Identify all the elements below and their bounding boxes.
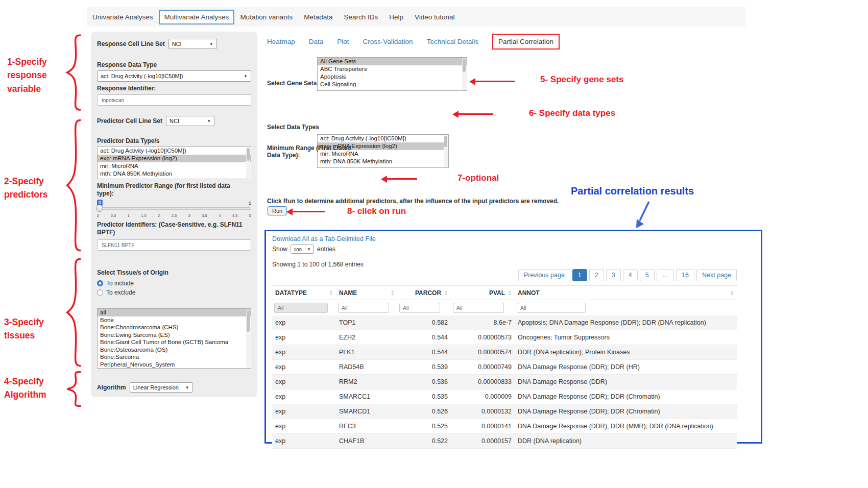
page-number-button[interactable]: 2 xyxy=(589,269,604,281)
scrollbar[interactable] xyxy=(462,58,466,90)
nav-item-help[interactable]: Help xyxy=(383,10,409,25)
filter-input-datatype[interactable] xyxy=(274,303,328,313)
listbox-option[interactable]: act: Drug Activity (-log10[IC50M]) xyxy=(98,147,251,155)
gene-sets-listbox[interactable]: All Gene SetsABC TransportersApoptosisCe… xyxy=(317,57,467,91)
column-header-parcor[interactable]: PARCOR▲▼ xyxy=(397,286,451,300)
filter-input-name[interactable] xyxy=(338,303,389,313)
table-row[interactable]: expCHAF1B0.5220.0000157DDR (DNA replicat… xyxy=(272,434,737,449)
scrollbar[interactable] xyxy=(246,309,250,368)
listbox-option[interactable]: Bone:Chondrosarcoma (CHS) xyxy=(98,324,251,331)
listbox-option[interactable]: Bone:Ewing Sarcoma (ES) xyxy=(98,331,251,339)
sort-icon[interactable]: ▲▼ xyxy=(329,290,333,296)
slider-track[interactable] xyxy=(97,207,251,210)
scrollbar-thumb[interactable] xyxy=(444,136,447,147)
table-row[interactable]: expRFC30.5250.0000141DNA Damage Response… xyxy=(272,419,737,434)
predictor-identifiers-input[interactable] xyxy=(97,239,251,251)
table-row[interactable]: expRRM20.5360.00000833DNA Damage Respons… xyxy=(272,375,737,389)
response-cell-line-set-label: Response Cell Line Set xyxy=(97,40,165,48)
listbox-option[interactable]: ABC Transporters xyxy=(318,65,467,73)
column-header-name[interactable]: NAME▲▼ xyxy=(336,286,397,300)
slider-tick-label: 3 xyxy=(188,213,190,218)
sort-icon[interactable]: ▲▼ xyxy=(391,290,394,296)
response-identifier-input[interactable] xyxy=(97,94,251,106)
response-cell-line-set-select[interactable]: NCI▼ xyxy=(168,39,217,49)
table-row[interactable]: expSMARCC10.5350.000009DNA Damage Respon… xyxy=(272,389,737,404)
response-data-type-select[interactable]: act: Drug Activity (-log10[IC50M])▼ xyxy=(97,70,251,82)
table-row[interactable]: expSMARCD10.5260.0000132DNA Damage Respo… xyxy=(272,404,737,419)
table-row[interactable]: expPLK10.5440.00000574DDR (DNA replicati… xyxy=(272,345,737,360)
listbox-option[interactable]: mth: DNA 850K Methylation xyxy=(318,158,448,165)
listbox-option[interactable]: Apoptosis xyxy=(318,73,467,81)
listbox-option[interactable]: Bone:Giant Cell Tumor of Bone (GCTB) Sar… xyxy=(98,338,251,346)
table-row[interactable]: expRAD54B0.5390.00000749DNA Damage Respo… xyxy=(272,360,737,375)
tissue-include-radio[interactable]: To include xyxy=(97,280,251,287)
listbox-option[interactable]: all xyxy=(98,309,251,316)
sort-icon[interactable]: ▲▼ xyxy=(444,290,448,296)
page-number-button[interactable]: 16 xyxy=(676,269,694,281)
listbox-option[interactable]: Cell Signaling xyxy=(318,81,467,88)
tissue-listbox[interactable]: allBoneBone:Chondrosarcoma (CHS)Bone:Ewi… xyxy=(97,308,251,369)
column-header-datatype[interactable]: DATATYPE▲▼ xyxy=(272,286,336,300)
listbox-option[interactable]: Bone xyxy=(98,316,251,324)
page-number-button[interactable]: 4 xyxy=(623,269,638,281)
cell-pval: 0.00000749 xyxy=(451,360,515,375)
scrollbar[interactable] xyxy=(246,148,250,178)
filter-input-parcor[interactable] xyxy=(399,303,440,313)
sort-icon[interactable]: ▲▼ xyxy=(730,290,734,296)
filter-input-annot[interactable] xyxy=(517,303,586,313)
showing-entries-text: Showing 1 to 100 of 1,568 entries xyxy=(272,261,755,268)
sort-icon[interactable]: ▲▼ xyxy=(508,290,512,296)
listbox-option[interactable]: Peripheral_Nervous_System xyxy=(98,361,251,369)
listbox-option[interactable]: exp: mRNA Expression (log2) xyxy=(98,155,251,162)
column-header-pval[interactable]: PVAL▲▼ xyxy=(451,286,515,300)
listbox-option[interactable]: Bone:Osteosarcoma (OS) xyxy=(98,346,251,354)
radio-checked-icon[interactable] xyxy=(97,280,103,286)
column-header-annot[interactable]: ANNOT▲▼ xyxy=(515,286,737,300)
nav-item-metadata[interactable]: Metadata xyxy=(298,10,338,25)
filter-input-pval[interactable] xyxy=(453,303,504,313)
nav-item-univariate-analyses[interactable]: Univariate Analyses xyxy=(87,10,159,25)
cell-datatype: exp xyxy=(272,375,336,389)
min-predictor-range-slider[interactable]: 0 5 00.511.522.533.544.55 xyxy=(97,200,251,218)
scrollbar[interactable] xyxy=(444,135,448,167)
predictor-cell-line-set-select[interactable]: NCI▼ xyxy=(166,116,214,126)
chevron-down-icon: ▼ xyxy=(185,385,189,390)
predictor-data-types-listbox[interactable]: act: Drug Activity (-log10[IC50M])exp: m… xyxy=(97,147,251,179)
filter-cell xyxy=(397,300,451,316)
page-number-button[interactable]: 3 xyxy=(606,269,621,281)
listbox-option[interactable]: Bone:Sarcoma xyxy=(98,353,251,361)
run-button[interactable]: Run xyxy=(268,206,287,215)
listbox-option[interactable]: act: Drug Activity (-log10[IC50M]) xyxy=(318,135,448,142)
cell-parcor: 0.526 xyxy=(397,404,451,419)
slider-tick-label: 1.5 xyxy=(141,213,146,218)
nav-item-multivariate-analyses[interactable]: Multivariate Analyses xyxy=(159,10,235,25)
nav-item-mutation-variants[interactable]: Mutation variants xyxy=(234,10,298,25)
scrollbar-thumb[interactable] xyxy=(247,310,250,332)
scrollbar-thumb[interactable] xyxy=(247,148,250,161)
show-entries-select[interactable]: 100▼ xyxy=(291,245,314,254)
nav-item-search-ids[interactable]: Search IDs xyxy=(338,10,383,25)
tab-data[interactable]: Data xyxy=(309,38,324,45)
tab-partial-correlation[interactable]: Partial Correlation xyxy=(492,34,560,50)
table-row[interactable]: expTOP10.5828.6e-7Apoptosis; DNA Damage … xyxy=(272,315,737,330)
radio-unchecked-icon[interactable] xyxy=(97,289,103,296)
tab-technical-details[interactable]: Technical Details xyxy=(427,38,478,45)
algorithm-select[interactable]: Linear Regression▼ xyxy=(130,382,193,393)
tab-cross-validation[interactable]: Cross-Validation xyxy=(363,38,413,45)
listbox-option[interactable]: mth: DNA 850K Methylation xyxy=(98,170,251,178)
download-link[interactable]: Download All as a Tab-Delimited File xyxy=(272,235,376,242)
tab-heatmap[interactable]: Heatmap xyxy=(267,38,295,45)
next-page-button[interactable]: Next page xyxy=(696,269,737,281)
nav-item-video-tutorial[interactable]: Video tutorial xyxy=(409,10,461,25)
tab-plot[interactable]: Plot xyxy=(337,38,349,45)
listbox-option[interactable]: All Gene Sets xyxy=(318,58,467,65)
page-number-button[interactable]: 5 xyxy=(640,269,655,281)
scrollbar-thumb[interactable] xyxy=(463,59,466,72)
page-number-button[interactable]: 1 xyxy=(572,269,587,281)
listbox-option[interactable]: mir: MicroRNA xyxy=(98,162,251,170)
slider-handle[interactable] xyxy=(96,205,103,212)
previous-page-button[interactable]: Previous page xyxy=(518,269,570,281)
cell-annot: DDR (DNA replication) xyxy=(515,434,737,449)
tissue-exclude-radio[interactable]: To exclude xyxy=(97,289,251,296)
table-row[interactable]: expEZH20.5440.00000573Oncogenes; Tumor S… xyxy=(272,330,737,345)
